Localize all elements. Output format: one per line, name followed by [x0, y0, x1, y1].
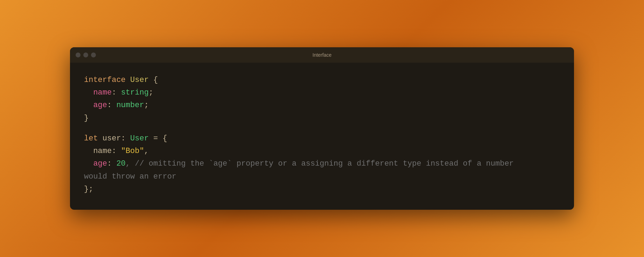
code-line-8: would throw an error: [84, 171, 560, 183]
type-name-user: User: [130, 74, 149, 86]
keyword-interface: interface: [84, 74, 130, 86]
window-title: Interface: [313, 52, 331, 58]
titlebar: Interface: [70, 47, 574, 63]
code-line-7: age: 20, // omitting the `age` property …: [84, 158, 560, 170]
string-bob: "Bob": [121, 145, 144, 158]
closing-brace: };: [84, 183, 93, 196]
prop-age: age: [93, 99, 107, 112]
number-20: 20: [116, 158, 125, 170]
code-line-1: interface User {: [84, 74, 560, 86]
comment-line7: , // omitting the `age` property or a as…: [126, 158, 514, 170]
keyword-let: let: [84, 132, 98, 145]
prop-name: name: [93, 86, 112, 99]
brace-open: {: [149, 74, 158, 86]
code-line-6: name: "Bob",: [84, 145, 560, 158]
code-line-3: age: number;: [84, 99, 560, 112]
code-line-2: name: string;: [84, 86, 560, 99]
code-area: interface User { name: string; age: numb…: [70, 63, 574, 210]
comment-line8: would throw an error: [84, 171, 176, 183]
code-line-4: }: [84, 112, 560, 125]
maximize-button[interactable]: [91, 53, 96, 57]
minimize-button[interactable]: [83, 53, 88, 57]
prop-age-value: age: [93, 158, 107, 170]
close-button[interactable]: [76, 53, 80, 57]
traffic-lights: [76, 53, 96, 57]
type-string: string: [121, 86, 149, 99]
code-line-9: };: [84, 183, 560, 196]
code-line-5: let user: User = {: [84, 132, 560, 145]
type-user-ref: User: [130, 132, 149, 145]
type-number: number: [116, 99, 144, 112]
code-window: Interface interface User { name: string;…: [70, 47, 574, 210]
blank-line-1: [84, 125, 560, 132]
